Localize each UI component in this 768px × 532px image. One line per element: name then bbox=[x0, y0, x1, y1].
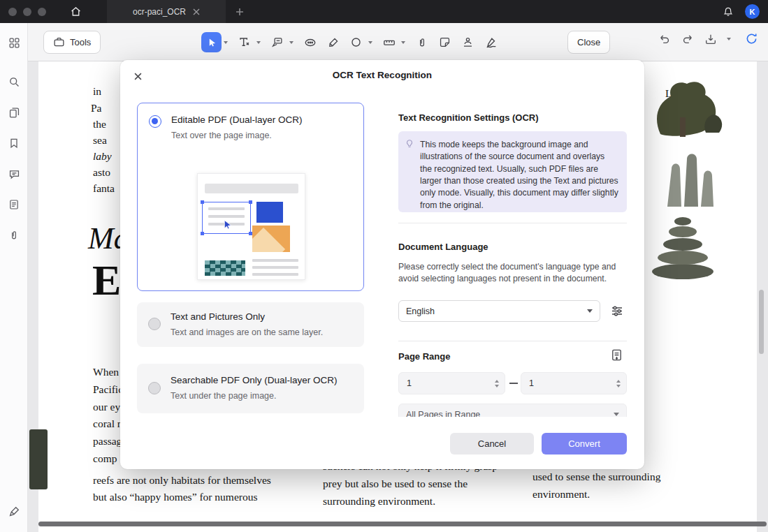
ocr-info-text: This mode keeps the background image and… bbox=[420, 140, 618, 210]
doc-text-line: environment. bbox=[532, 488, 590, 501]
radio-text-pictures-only[interactable] bbox=[148, 318, 161, 330]
option-text-pictures-only[interactable]: Text and Pictures Only Text and images a… bbox=[137, 302, 364, 347]
text-tool-button[interactable] bbox=[234, 32, 254, 52]
document-notes-icon[interactable] bbox=[7, 198, 21, 212]
highlighter-tool-button[interactable] bbox=[323, 32, 343, 52]
toolbar-right-group bbox=[658, 32, 758, 45]
document-language-help: Please correctly select the document's l… bbox=[398, 261, 627, 286]
titlebar: ocr-paci_OCR K bbox=[0, 0, 768, 23]
home-icon[interactable] bbox=[70, 6, 82, 17]
signature-tool-button[interactable] bbox=[481, 32, 501, 52]
circle-shape-icon bbox=[350, 36, 362, 48]
shapes-tool-caret-icon[interactable] bbox=[368, 41, 372, 44]
doc-text-line: used to sense the surrounding bbox=[532, 471, 660, 483]
cloud-sync-icon[interactable] bbox=[745, 32, 758, 45]
comments-icon[interactable] bbox=[7, 167, 21, 181]
page-range-picker-icon[interactable] bbox=[610, 348, 624, 362]
doc-text-fragment: our ey bbox=[93, 401, 120, 413]
doc-text-fragment: When bbox=[93, 366, 119, 378]
doc-text-line: reefs are not only habitats for themselv… bbox=[93, 474, 271, 487]
paperclip-icon bbox=[416, 37, 428, 48]
save-options-caret-icon[interactable] bbox=[727, 38, 731, 40]
select-tool-caret-icon[interactable] bbox=[224, 41, 228, 44]
doc-text-fragment: asto bbox=[93, 166, 110, 179]
language-settings-sliders-icon[interactable] bbox=[610, 304, 624, 318]
window-zoom-button[interactable] bbox=[38, 8, 46, 16]
callout-tool-caret-icon[interactable] bbox=[289, 41, 294, 44]
tools-button[interactable]: Tools bbox=[43, 31, 101, 54]
text-tool-caret-icon[interactable] bbox=[256, 41, 261, 44]
annotation-tools bbox=[201, 32, 501, 52]
sticker-icon bbox=[439, 36, 451, 48]
option-searchable-pdf[interactable]: Searchable PDF Only (Dual-layer OCR) Tex… bbox=[137, 364, 364, 413]
page-mode-clip: All Pages in Range bbox=[398, 404, 627, 417]
attach-file-tool-button[interactable] bbox=[412, 32, 432, 52]
doc-text-fragment: Pacific bbox=[93, 383, 123, 396]
page-thumbnails-icon[interactable] bbox=[7, 105, 21, 119]
option-label: Searchable PDF Only (Dual-layer OCR) bbox=[171, 375, 338, 385]
rock-photo bbox=[29, 429, 48, 489]
doc-text-fragment: fanta bbox=[93, 182, 115, 195]
lightbulb-icon bbox=[405, 139, 414, 152]
section-divider bbox=[398, 223, 627, 223]
page-to-field bbox=[521, 372, 627, 394]
attachment-paperclip-icon[interactable] bbox=[7, 228, 21, 242]
tab-close-icon[interactable] bbox=[193, 8, 200, 15]
select-tool-button[interactable] bbox=[201, 32, 222, 52]
doc-text-line: but also “happy homes” for numerous bbox=[93, 491, 257, 503]
tab-title: ocr-paci_OCR bbox=[133, 7, 186, 17]
window-minimize-button[interactable] bbox=[23, 8, 31, 16]
convert-button[interactable]: Convert bbox=[542, 433, 627, 455]
page-from-stepper[interactable] bbox=[495, 380, 499, 387]
tools-icon bbox=[53, 36, 65, 48]
vertical-scrollbar[interactable] bbox=[759, 290, 764, 354]
search-icon[interactable] bbox=[7, 75, 21, 89]
callout-tool-button[interactable] bbox=[267, 32, 287, 52]
bookmark-icon[interactable] bbox=[7, 136, 21, 150]
sticker-tool-button[interactable] bbox=[435, 32, 455, 52]
undo-icon[interactable] bbox=[658, 33, 671, 45]
page-to-stepper[interactable] bbox=[616, 380, 621, 387]
option-editable-pdf[interactable]: Editable PDF (Dual-layer OCR) Text over … bbox=[137, 103, 364, 291]
document-tab[interactable]: ocr-paci_OCR bbox=[107, 0, 226, 23]
page-to-input[interactable] bbox=[521, 378, 598, 388]
doc-text-fragment: sea bbox=[93, 134, 107, 147]
horizontal-scrollbar[interactable] bbox=[38, 522, 767, 526]
chevron-down-icon bbox=[587, 309, 593, 313]
notifications-bell-icon[interactable] bbox=[723, 6, 734, 17]
dialog-title: OCR Text Recognition bbox=[120, 70, 644, 80]
shapes-tool-button[interactable] bbox=[346, 32, 366, 52]
measure-tool-button[interactable] bbox=[379, 32, 399, 52]
redo-icon[interactable] bbox=[681, 33, 694, 45]
cancel-button[interactable]: Cancel bbox=[450, 433, 534, 455]
user-avatar[interactable]: K bbox=[745, 4, 760, 19]
measure-tool-caret-icon[interactable] bbox=[401, 41, 405, 44]
new-tab-button[interactable] bbox=[236, 8, 244, 16]
language-select[interactable]: English bbox=[398, 300, 600, 322]
radio-searchable-pdf[interactable] bbox=[148, 382, 161, 394]
cursor-arrow-icon bbox=[206, 37, 217, 48]
ruler-icon bbox=[383, 36, 396, 49]
doc-text-fragment: Pa bbox=[91, 102, 102, 114]
doc-text-line: prey but also be used to sense the bbox=[323, 478, 468, 490]
tools-button-label: Tools bbox=[70, 37, 91, 47]
save-icon[interactable] bbox=[704, 33, 717, 45]
window-close-button[interactable] bbox=[8, 8, 17, 16]
radio-editable-pdf[interactable] bbox=[149, 115, 161, 128]
close-mode-button[interactable]: Close bbox=[567, 31, 610, 54]
coral-rings-photo bbox=[646, 213, 720, 279]
ocr-dialog: OCR Text Recognition Editable PDF (Dual-… bbox=[120, 60, 644, 469]
signature-icon bbox=[485, 36, 498, 49]
window-controls bbox=[8, 8, 46, 16]
comment-ellipse-tool-button[interactable] bbox=[300, 32, 320, 52]
language-select-value: English bbox=[406, 306, 435, 316]
document-language-heading: Document Language bbox=[398, 242, 488, 252]
page-mode-select[interactable]: All Pages in Range bbox=[398, 404, 627, 417]
stamp-tool-button[interactable] bbox=[458, 32, 478, 52]
dashboard-grid-icon[interactable] bbox=[7, 36, 21, 50]
page-range-heading: Page Range bbox=[398, 351, 450, 362]
cursor-arrow-icon bbox=[222, 219, 233, 233]
page-from-input[interactable] bbox=[399, 378, 476, 388]
edit-pen-icon[interactable] bbox=[7, 505, 21, 519]
coral-photo bbox=[653, 148, 723, 208]
